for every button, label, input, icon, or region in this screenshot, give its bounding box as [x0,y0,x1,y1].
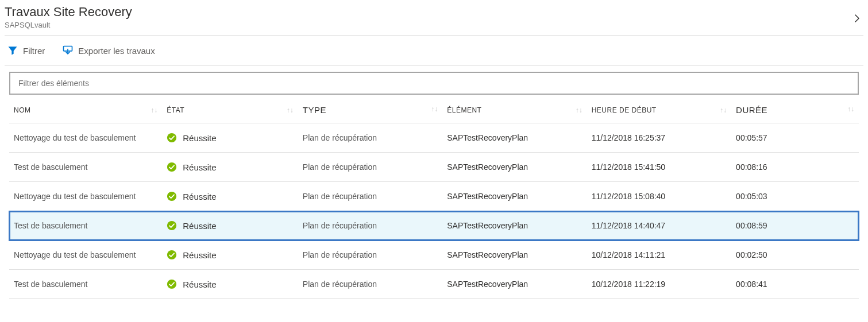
col-state-label: ÉTAT [167,106,184,114]
filter-button[interactable]: Filtrer [7,45,45,56]
success-check-icon [167,133,177,143]
job-start: 11/12/2018 15:08:40 [587,182,731,211]
svg-point-2 [167,162,176,172]
job-start: 10/12/2018 14:11:21 [587,240,731,270]
svg-point-3 [167,192,176,201]
table-row[interactable]: Nettoyage du test de basculementRéussite… [9,182,859,211]
table-row[interactable]: Test de basculementRéussitePlan de récup… [9,153,859,182]
sort-icon: ↑↓ [847,105,854,113]
job-start: 11/12/2018 14:40:47 [587,211,731,240]
job-duration: 00:05:03 [731,182,859,211]
export-icon [62,45,74,56]
job-state: Réussite [183,133,216,143]
job-element: SAPTestRecoveryPlan [442,182,587,211]
col-element-label: ÉLÉMENT [447,106,481,114]
job-type: Plan de récupération [298,153,442,182]
job-start: 10/12/2018 11:22:19 [587,270,731,299]
sort-icon: ↑↓ [431,105,438,113]
job-state-cell: Réussite [162,270,298,299]
job-start: 11/12/2018 16:25:37 [587,123,731,153]
export-label: Exporter les travaux [78,46,155,56]
export-button[interactable]: Exporter les travaux [62,45,155,56]
table-row[interactable]: Test de basculementRéussitePlan de récup… [9,211,859,240]
chevron-right-icon[interactable] [852,9,863,26]
table-row[interactable]: Test de basculementRéussitePlan de récup… [9,270,859,299]
job-state-cell: Réussite [162,182,298,211]
svg-point-5 [167,250,176,259]
success-check-icon [167,279,177,289]
sort-icon: ↑↓ [151,106,157,114]
job-type: Plan de récupération [298,123,442,153]
job-duration: 00:08:16 [731,153,859,182]
page-subtitle: SAPSQLvault [5,21,132,29]
filter-label: Filtrer [23,46,45,56]
job-name: Test de basculement [9,211,162,240]
filter-input[interactable] [9,72,859,95]
job-state-cell: Réussite [162,240,298,270]
col-duration[interactable]: DURÉE↑↓ [731,95,859,123]
job-element: SAPTestRecoveryPlan [442,211,587,240]
job-duration: 00:08:41 [731,270,859,299]
job-duration: 00:05:57 [731,123,859,153]
job-state: Réussite [183,280,216,289]
success-check-icon [167,162,177,172]
job-name: Nettoyage du test de basculement [9,123,162,153]
filter-icon [7,45,18,56]
job-duration: 00:02:50 [731,240,859,270]
job-state-cell: Réussite [162,123,298,153]
table-row[interactable]: Nettoyage du test de basculementRéussite… [9,240,859,270]
col-type[interactable]: TYPE↑↓ [298,95,442,123]
col-type-label: TYPE [303,105,326,115]
job-state: Réussite [183,192,216,201]
job-type: Plan de récupération [298,240,442,270]
col-start[interactable]: HEURE DE DÉBUT↑↓ [587,95,731,123]
job-name: Test de basculement [9,153,162,182]
sort-icon: ↑↓ [576,106,582,114]
toolbar: Filtrer Exporter les travaux [5,36,863,65]
table-header-row: NOM↑↓ ÉTAT↑↓ TYPE↑↓ ÉLÉMENT↑↓ HEURE DE D… [9,95,859,123]
jobs-table: NOM↑↓ ÉTAT↑↓ TYPE↑↓ ÉLÉMENT↑↓ HEURE DE D… [9,95,859,299]
col-state[interactable]: ÉTAT↑↓ [162,95,298,123]
table-row[interactable]: Nettoyage du test de basculementRéussite… [9,123,859,153]
sort-icon: ↑↓ [720,106,727,114]
job-element: SAPTestRecoveryPlan [442,123,587,153]
col-duration-label: DURÉE [736,105,767,115]
col-start-label: HEURE DE DÉBUT [592,106,657,114]
svg-point-1 [167,133,176,142]
page-title: Travaux Site Recovery [5,5,132,20]
job-state: Réussite [183,162,216,172]
success-check-icon [167,191,177,201]
job-state-cell: Réussite [162,153,298,182]
job-element: SAPTestRecoveryPlan [442,270,587,299]
job-name: Test de basculement [9,270,162,299]
sort-icon: ↑↓ [287,106,294,114]
success-check-icon [167,250,177,260]
job-state: Réussite [183,221,216,231]
job-state-cell: Réussite [162,211,298,240]
job-name: Nettoyage du test de basculement [9,182,162,211]
svg-point-4 [167,221,176,230]
col-element[interactable]: ÉLÉMENT↑↓ [442,95,587,123]
job-type: Plan de récupération [298,270,442,299]
job-duration: 00:08:59 [731,211,859,240]
col-name[interactable]: NOM↑↓ [9,95,162,123]
job-state: Réussite [183,250,216,260]
job-element: SAPTestRecoveryPlan [442,240,587,270]
job-type: Plan de récupération [298,182,442,211]
job-start: 11/12/2018 15:41:50 [587,153,731,182]
success-check-icon [167,220,177,231]
col-name-label: NOM [14,106,31,114]
job-name: Nettoyage du test de basculement [9,240,162,270]
job-element: SAPTestRecoveryPlan [442,153,587,182]
svg-point-6 [167,280,176,289]
job-type: Plan de récupération [298,211,442,240]
